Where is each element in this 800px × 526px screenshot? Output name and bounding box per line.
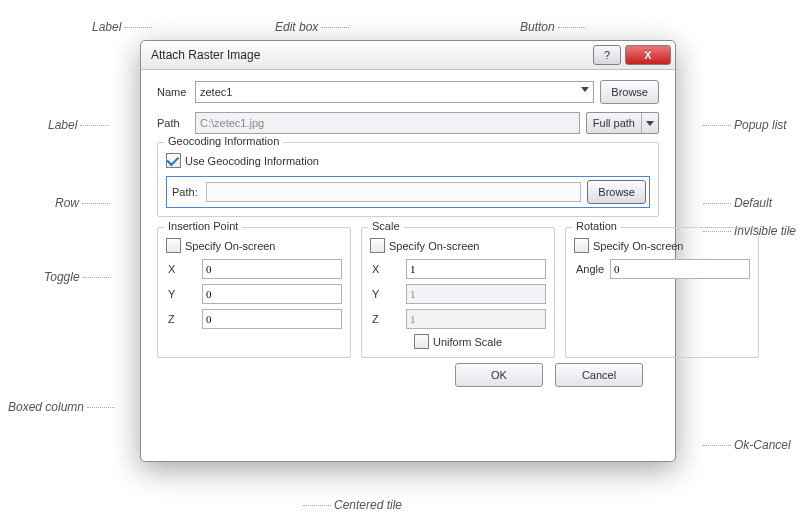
geocoding-path-label: Path: [170, 186, 206, 198]
callout-label-top: Label [92, 20, 155, 34]
chevron-down-icon [581, 87, 589, 92]
scale-group: Scale Specify On-screen X Y Z Uniform Sc… [361, 227, 555, 358]
checkbox-icon [370, 238, 385, 253]
path-row: Path C:\zetec1.jpg Full path [157, 112, 659, 134]
fullpath-label: Full path [593, 117, 635, 129]
insertion-y-input[interactable] [202, 284, 342, 304]
columns: Insertion Point Specify On-screen X Y Z … [157, 227, 659, 358]
help-button[interactable]: ? [593, 45, 621, 65]
scale-y-input [406, 284, 546, 304]
uniform-scale-toggle[interactable]: Uniform Scale [414, 334, 502, 349]
callout-popup-list: Popup list [700, 118, 787, 132]
name-combo[interactable]: zetec1 [195, 81, 594, 103]
name-row: Name zetec1 Browse [157, 80, 659, 104]
callout-ok-cancel: Ok-Cancel [700, 438, 791, 452]
rotation-specify-toggle[interactable]: Specify On-screen [574, 238, 750, 253]
browse-geocoding-button[interactable]: Browse [587, 180, 646, 204]
rotation-angle-input[interactable] [610, 259, 750, 279]
close-button[interactable]: X [625, 45, 671, 65]
cancel-button[interactable]: Cancel [555, 363, 643, 387]
checkbox-icon [166, 238, 181, 253]
rotation-group: Rotation Specify On-screen Angle [565, 227, 759, 358]
callout-editbox: Edit box [275, 20, 352, 34]
checkbox-icon [414, 334, 429, 349]
callout-row: Row [55, 196, 113, 210]
scale-specify-toggle[interactable]: Specify On-screen [370, 238, 546, 253]
geocoding-group: Geocoding Information Use Geocoding Info… [157, 142, 659, 217]
callout-default: Default [700, 196, 772, 210]
use-geocoding-label: Use Geocoding Information [185, 155, 319, 167]
geocoding-path-row: Path: Browse [166, 176, 650, 208]
insertion-x-input[interactable] [202, 259, 342, 279]
name-combo-value: zetec1 [200, 86, 232, 98]
rotation-legend: Rotation [572, 220, 621, 232]
callout-boxed-column: Boxed column [8, 400, 118, 414]
path-display-value: C:\zetec1.jpg [200, 117, 264, 129]
ok-button[interactable]: OK [455, 363, 543, 387]
callout-centered-tile: Centered tile [300, 498, 402, 512]
window-title: Attach Raster Image [151, 48, 593, 62]
callout-label-left: Label [48, 118, 111, 132]
chevron-down-icon [641, 113, 658, 133]
dialog-window: Attach Raster Image ? X Name zetec1 Brow… [140, 40, 676, 462]
callout-button: Button [520, 20, 589, 34]
geocoding-path-input[interactable] [206, 182, 581, 202]
insertion-point-group: Insertion Point Specify On-screen X Y Z [157, 227, 351, 358]
path-label: Path [157, 117, 195, 129]
geocoding-legend: Geocoding Information [164, 135, 283, 147]
dialog-footer: OK Cancel [157, 360, 659, 387]
insertion-specify-toggle[interactable]: Specify On-screen [166, 238, 342, 253]
insertion-z-input[interactable] [202, 309, 342, 329]
scale-legend: Scale [368, 220, 404, 232]
scale-x-input[interactable] [406, 259, 546, 279]
titlebar: Attach Raster Image ? X [141, 41, 675, 70]
use-geocoding-toggle[interactable]: Use Geocoding Information [166, 153, 650, 168]
fullpath-dropdown[interactable]: Full path [586, 112, 659, 134]
path-display: C:\zetec1.jpg [195, 112, 580, 134]
name-label: Name [157, 86, 195, 98]
insertion-legend: Insertion Point [164, 220, 242, 232]
checkbox-icon [574, 238, 589, 253]
checkbox-icon [166, 153, 181, 168]
browse-name-button[interactable]: Browse [600, 80, 659, 104]
scale-z-input [406, 309, 546, 329]
dialog-content: Name zetec1 Browse Path C:\zetec1.jpg Fu… [141, 70, 675, 397]
callout-toggle: Toggle [44, 270, 114, 284]
